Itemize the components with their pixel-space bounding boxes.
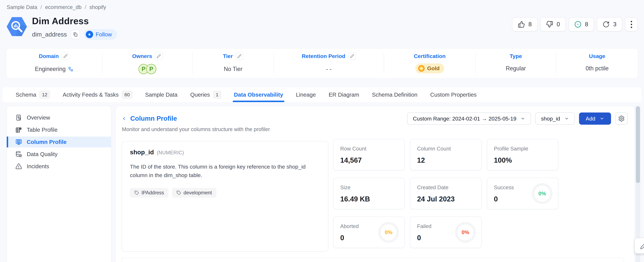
column-tags: IPAddress development (130, 188, 320, 198)
edit-tier-button[interactable] (236, 52, 243, 60)
column-data-type: (NUMERIC) (157, 150, 184, 156)
sidebar-item-column-profile[interactable]: Column Profile (7, 137, 111, 147)
version-count: 3 (613, 21, 616, 28)
table-metrics-grid: Row Count 14,567 Column Count 12 Profile… (333, 139, 558, 248)
tab-lineage[interactable]: Lineage (290, 87, 322, 102)
entity-tabs: Schema12 Activity Feeds & Tasks60 Sample… (2, 87, 642, 102)
owners-label: Owners (132, 53, 152, 59)
downvote-button[interactable]: 0 (540, 17, 566, 32)
incidents-warning-icon (15, 163, 22, 170)
thumbs-down-icon (546, 21, 553, 28)
breadcrumb-separator: / (85, 4, 86, 10)
usage-value: 0th pctile (586, 65, 609, 72)
summary-owners: Owners P P (102, 48, 192, 78)
date-range-dropdown[interactable]: Custom Range: 2024-02-01 → 2025-05-19 (407, 113, 531, 125)
tab-schema-definition[interactable]: Schema Definition (366, 87, 424, 102)
pencil-icon (157, 54, 161, 58)
column-description-card: shop_id (NUMERIC) The ID of the store. T… (122, 141, 328, 251)
sidebar-item-table-profile[interactable]: Table Profile (7, 124, 111, 135)
column-profile-icon (15, 138, 22, 145)
table-profile-icon (15, 126, 22, 133)
metric-card-aborted: Aborted 0 0% (333, 216, 405, 248)
entity-summary-bar: Domain Engineering Owners P P (6, 48, 638, 79)
certification-value: Gold (427, 65, 440, 72)
tab-er-diagram[interactable]: ER Diagram (322, 87, 366, 102)
edit-owners-button[interactable] (155, 52, 162, 60)
type-label: Type (510, 53, 522, 59)
pencil-icon (640, 242, 644, 249)
kebab-menu-icon (631, 21, 632, 28)
pencil-icon (350, 54, 354, 58)
metric-card-success: Success 0 0% (487, 178, 558, 209)
sidebar-item-incidents[interactable]: Incidents (7, 161, 111, 172)
failed-percent-donut: 0% (455, 222, 476, 243)
metric-card-failed: Failed 0 0% (410, 216, 482, 248)
table-physical-name: dim_address (32, 31, 67, 38)
breadcrumb-separator: / (40, 4, 42, 10)
chevron-down-icon (564, 116, 569, 121)
watch-count: 8 (585, 21, 588, 28)
floating-edit-button[interactable] (635, 238, 644, 253)
back-chevron-icon[interactable] (122, 116, 126, 121)
upvote-button[interactable]: 8 (512, 17, 538, 32)
page-title: Dim Address (32, 16, 117, 26)
tag-icon (176, 190, 181, 195)
breadcrumb-database[interactable]: ecommerce_db (45, 4, 82, 10)
metric-card-column-count: Column Count 12 (410, 139, 482, 170)
profile-toolbar: Custom Range: 2024-02-01 → 2025-05-19 sh… (407, 113, 628, 125)
observability-sidebar: Overview Table Profile Column Profile Da… (6, 106, 112, 262)
aborted-percent-donut: 0% (378, 222, 399, 243)
edit-domain-button[interactable] (62, 52, 69, 60)
overview-icon (15, 114, 22, 121)
tab-data-observability[interactable]: Data Observability (228, 87, 290, 102)
watch-button[interactable]: 8 (568, 17, 594, 32)
tab-schema[interactable]: Schema12 (9, 87, 56, 102)
follow-label: Follow (96, 31, 112, 38)
column-select-dropdown[interactable]: shop_id (535, 113, 575, 125)
edit-retention-button[interactable] (348, 52, 356, 60)
tab-activity-feeds[interactable]: Activity Feeds & Tasks60 (56, 87, 139, 102)
gold-medal-icon (418, 65, 424, 72)
star-icon: ★ (86, 31, 93, 38)
tab-queries[interactable]: Queries1 (184, 87, 228, 102)
tier-value: No Tier (224, 66, 242, 72)
copy-name-button[interactable] (71, 30, 80, 39)
downvote-count: 0 (556, 21, 560, 28)
retention-value: - - (326, 66, 332, 72)
sidebar-item-overview[interactable]: Overview (7, 112, 111, 123)
upvote-count: 8 (528, 21, 532, 28)
summary-certification: Certification Gold (384, 48, 475, 78)
pencil-icon (237, 54, 242, 58)
tag-chip[interactable]: IPAddress (130, 188, 168, 198)
tab-sample-data[interactable]: Sample Data (139, 87, 184, 102)
versions-button[interactable]: 3 (597, 17, 622, 32)
owner-avatars[interactable]: P P (138, 64, 156, 74)
pencil-icon (64, 54, 68, 58)
scrollbar-thumb[interactable] (636, 106, 640, 183)
gear-icon (618, 115, 625, 122)
summary-domain: Domain Engineering (6, 48, 102, 78)
tag-chip[interactable]: development (172, 188, 216, 198)
more-options-button[interactable] (625, 17, 638, 32)
domain-value[interactable]: Engineering (35, 66, 66, 72)
add-button[interactable]: Add (579, 113, 611, 125)
chevron-down-icon (520, 116, 525, 121)
breadcrumb-service[interactable]: Sample Data (7, 4, 37, 10)
copy-icon (73, 32, 78, 37)
tag-icon (134, 190, 139, 195)
metric-card-size: Size 16.49 KB (333, 178, 405, 209)
data-quality-icon (15, 151, 22, 158)
column-name: shop_id (130, 149, 154, 156)
thumbs-up-icon (518, 21, 525, 28)
summary-retention: Retention Period - - (274, 48, 384, 78)
follow-button[interactable]: ★ Follow (84, 29, 117, 40)
metric-card-created-date: Created Date 24 Jul 2023 (410, 178, 482, 209)
tab-custom-properties[interactable]: Custom Properties (424, 87, 483, 102)
bigquery-service-icon (6, 15, 28, 38)
avatar[interactable]: P (146, 64, 156, 74)
settings-button[interactable] (615, 113, 628, 125)
tab-count-badge: 12 (39, 91, 50, 99)
sidebar-item-data-quality[interactable]: Data Quality (7, 149, 111, 160)
certification-badge: Gold (415, 64, 444, 73)
breadcrumb-schema[interactable]: shopify (90, 4, 106, 10)
